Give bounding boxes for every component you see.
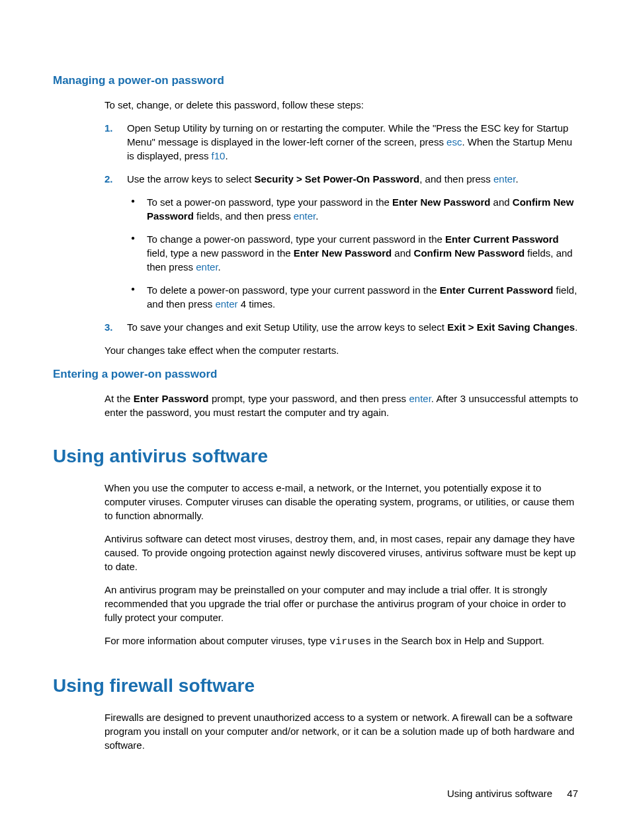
footer-label: Using antivirus software: [447, 788, 552, 799]
paragraph: An antivirus program may be preinstalled…: [105, 583, 578, 624]
outro-text: Your changes take effect when the comput…: [105, 343, 578, 357]
field-name: Enter Current Password: [440, 284, 554, 296]
bullet-delete: To delete a power-on password, type your…: [127, 283, 578, 311]
entering-text: At the Enter Password prompt, type your …: [105, 392, 578, 419]
heading-managing-password: Managing a power-on password: [53, 73, 578, 89]
key-enter: enter: [196, 261, 218, 273]
entering-content: At the Enter Password prompt, type your …: [105, 392, 578, 419]
heading-firewall: Using firewall software: [53, 673, 578, 698]
field-name: Enter Current Password: [445, 233, 559, 245]
bullet-text: .: [316, 210, 318, 222]
step-text: .: [575, 321, 577, 333]
bullet-text: 4 times.: [238, 298, 276, 310]
bullet-text: To set a power-on password, type your pa…: [147, 196, 392, 208]
page-number: 47: [567, 788, 578, 799]
prompt-name: Enter Password: [134, 393, 209, 404]
step-text: .: [225, 150, 228, 161]
step-text: To save your changes and exit Setup Util…: [127, 321, 447, 333]
paragraph: For more information about computer viru…: [105, 634, 578, 649]
key-enter: enter: [294, 210, 316, 222]
bullet-text: and: [392, 247, 413, 259]
bullet-text: and: [490, 196, 512, 208]
step-number: 3.: [105, 320, 113, 334]
antivirus-content: When you use the computer to access e-ma…: [105, 481, 578, 649]
paragraph: Antivirus software can detect most virus…: [105, 532, 578, 573]
bullet-text: .: [218, 261, 221, 273]
bullet-text: fields, and then press: [194, 210, 294, 222]
heading-entering-password: Entering a power-on password: [53, 366, 578, 382]
step-text: .: [515, 173, 518, 185]
code-text: viruses: [329, 636, 371, 648]
field-name: Enter New Password: [392, 196, 490, 208]
bullet-text: To change a power-on password, type your…: [147, 233, 445, 245]
text: At the: [105, 393, 134, 404]
bullet-text: To delete a power-on password, type your…: [147, 284, 440, 296]
key-enter: enter: [493, 173, 515, 185]
text: in the Search box in Help and Support.: [371, 635, 544, 646]
page-footer: Using antivirus software 47: [447, 786, 578, 800]
menu-path: Security > Set Power-On Password: [255, 173, 420, 185]
step-1: 1. Open Setup Utility by turning on or r…: [105, 121, 578, 163]
key-enter: enter: [215, 298, 237, 310]
paragraph: When you use the computer to access e-ma…: [105, 481, 578, 523]
step-text: , and then press: [419, 173, 493, 185]
menu-path: Exit > Exit Saving Changes: [447, 321, 575, 333]
steps-list: 1. Open Setup Utility by turning on or r…: [105, 121, 578, 334]
bullet-set: To set a power-on password, type your pa…: [127, 195, 578, 223]
firewall-content: Firewalls are designed to prevent unauth…: [105, 710, 578, 752]
paragraph: Firewalls are designed to prevent unauth…: [105, 710, 578, 752]
step-text: Use the arrow keys to select: [127, 173, 255, 185]
heading-antivirus: Using antivirus software: [53, 443, 578, 469]
text: prompt, type your password, and then pre…: [208, 393, 409, 404]
key-enter: enter: [409, 393, 431, 404]
step-3: 3. To save your changes and exit Setup U…: [105, 320, 578, 334]
text: For more information about computer viru…: [105, 635, 329, 646]
step-number: 1.: [105, 121, 113, 135]
step-2: 2. Use the arrow keys to select Security…: [105, 172, 578, 311]
step-number: 2.: [105, 172, 113, 186]
managing-content: To set, change, or delete this password,…: [105, 98, 578, 357]
intro-text: To set, change, or delete this password,…: [105, 98, 578, 112]
key-esc: esc: [446, 136, 462, 147]
bullet-change: To change a power-on password, type your…: [127, 232, 578, 274]
bullet-text: field, type a new password in the: [147, 247, 294, 259]
sub-bullets: To set a power-on password, type your pa…: [127, 195, 578, 311]
field-name: Enter New Password: [294, 247, 392, 259]
field-name: Confirm New Password: [414, 247, 525, 259]
key-f10: f10: [212, 150, 226, 161]
